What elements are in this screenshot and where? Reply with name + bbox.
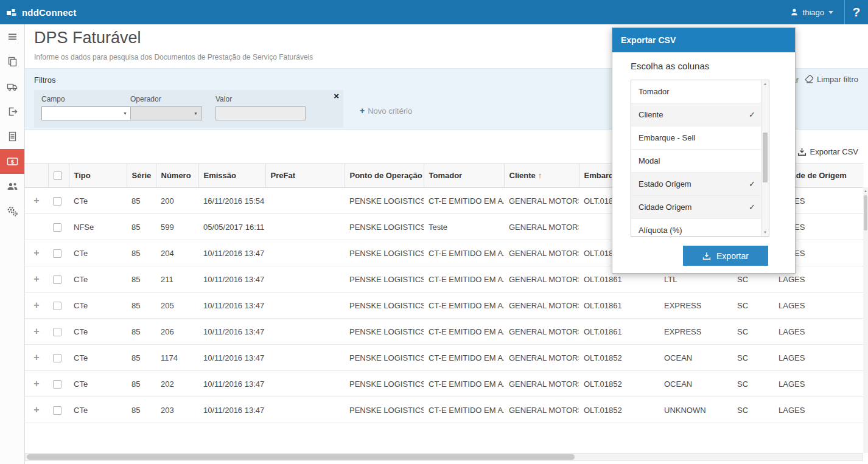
horizontal-scrollbar-thumb[interactable] — [27, 454, 575, 460]
export-column-option[interactable]: Estado Origem✓ — [631, 173, 769, 196]
table-row: +CTe8520510/11/2016 13:47PENSKE LOGISTIC… — [25, 293, 864, 319]
row-expand-button[interactable]: + — [25, 293, 48, 319]
select-all-checkbox[interactable] — [54, 171, 62, 180]
row-expand-button[interactable]: + — [25, 266, 48, 293]
cell-tomador: CT-E EMITIDO EM A... — [424, 188, 504, 214]
export-column-option[interactable]: Alíquota (%) — [631, 219, 769, 237]
exportar-button[interactable]: Exportar — [683, 246, 768, 266]
cell-tipo: NFSe — [69, 214, 127, 240]
dialog-title: Exportar CSV — [612, 28, 795, 52]
cell-embarque: OLT.01852 — [579, 345, 659, 371]
row-expand-button[interactable]: + — [25, 345, 48, 371]
vertical-scrollbar-thumb[interactable] — [864, 195, 867, 230]
cell-estado: SC — [732, 345, 774, 371]
row-checkbox[interactable] — [53, 249, 61, 258]
cell-prefat — [265, 397, 345, 423]
menu-icon — [7, 32, 18, 42]
header-cliente[interactable]: Cliente↑ — [504, 164, 579, 188]
export-column-label: Alíquota (%) — [639, 226, 682, 235]
list-scrollbar-thumb[interactable] — [763, 133, 768, 182]
row-checkbox[interactable] — [53, 197, 61, 206]
export-column-option[interactable]: Modal — [631, 150, 769, 173]
help-button[interactable]: ? — [844, 0, 868, 24]
cell-cidade: LAGES — [774, 319, 864, 345]
header-prefat[interactable]: PreFat — [265, 164, 345, 188]
brand: nddConnect — [0, 7, 77, 18]
row-checkbox[interactable] — [53, 406, 61, 415]
row-checkbox[interactable] — [53, 380, 61, 389]
row-checkbox[interactable] — [53, 275, 61, 284]
cell-cliente: GENERAL MOTORS ... — [504, 293, 579, 319]
limpar-filtro-button[interactable]: Limpar filtro — [805, 75, 858, 84]
remove-criteria-icon[interactable]: × — [334, 91, 339, 100]
cell-serie: 85 — [127, 214, 156, 240]
sidebar-item-documents[interactable] — [0, 49, 24, 74]
list-scrollbar[interactable]: ▲ ▼ — [761, 80, 769, 236]
vertical-scrollbar[interactable]: ▲ — [863, 187, 868, 453]
export-csv-link[interactable]: Exportar CSV — [797, 147, 858, 156]
cell-modal: EXPRESS — [659, 293, 732, 319]
header-emissao[interactable]: Emissão — [198, 164, 265, 188]
export-columns-list: TomadorCliente✓Embarque - SellModalEstad… — [631, 80, 769, 237]
export-column-option[interactable]: Cliente✓ — [631, 103, 769, 126]
export-column-label: Cliente — [639, 110, 663, 119]
table-row: +CTe85117410/11/2016 13:47PENSKE LOGISTI… — [25, 345, 864, 371]
scroll-up-icon[interactable]: ▲ — [761, 82, 769, 86]
header-tipo[interactable]: Tipo — [69, 164, 127, 188]
sidebar-item-settings[interactable] — [0, 199, 24, 224]
export-column-option[interactable]: Embarque - Sell — [631, 126, 769, 150]
row-checkbox[interactable] — [53, 328, 61, 336]
sidebar-item-shipping[interactable] — [0, 74, 24, 99]
operador-label: Operador — [130, 95, 161, 103]
valor-input[interactable] — [215, 106, 306, 120]
sidebar-item-menu[interactable] — [0, 24, 24, 49]
cell-cliente: GENERAL MOTORS ... — [504, 240, 579, 266]
cell-numero: 204 — [156, 240, 198, 266]
valor-label: Valor — [215, 95, 232, 103]
users-icon — [7, 181, 18, 192]
row-expand-button[interactable]: + — [25, 397, 48, 423]
cell-tomador: CT-E EMITIDO EM A... — [424, 345, 504, 371]
row-checkbox[interactable] — [53, 223, 61, 232]
sidebar-item-users[interactable] — [0, 174, 24, 199]
scroll-down-icon[interactable]: ▼ — [761, 230, 769, 234]
campo-select[interactable]: ▼ — [41, 106, 131, 120]
cell-tipo: CTe — [69, 188, 127, 214]
cell-embarque: OLT.01852 — [579, 371, 659, 397]
cell-cliente: GENERAL MOTORS ... — [504, 345, 579, 371]
header-serie[interactable]: Série — [127, 164, 156, 188]
cell-serie: 85 — [127, 397, 156, 423]
plus-icon: + — [360, 106, 365, 116]
cell-numero: 1174 — [156, 345, 198, 371]
row-checkbox[interactable] — [53, 354, 61, 362]
cell-ponto: PENSKE LOGISTICS - ... — [345, 214, 424, 240]
row-expand-button[interactable]: + — [25, 188, 48, 214]
row-checkbox[interactable] — [53, 302, 61, 310]
sidebar-item-export[interactable] — [0, 99, 24, 124]
table-row: +CTe8520310/11/2016 13:47PENSKE LOGISTIC… — [25, 397, 864, 423]
sidebar-item-billing[interactable]: $ — [0, 149, 24, 174]
novo-criterio-button[interactable]: +Novo critério — [360, 106, 412, 116]
cell-tipo: CTe — [69, 266, 127, 293]
header-ponto[interactable]: Ponto de Operação — [345, 164, 424, 188]
header-numero[interactable]: Número — [156, 164, 198, 188]
scroll-up-icon[interactable]: ▲ — [863, 189, 868, 193]
row-expand-button[interactable]: + — [25, 371, 48, 397]
sidebar-item-reports[interactable] — [0, 124, 24, 149]
cell-prefat — [265, 319, 345, 345]
cell-ponto: PENSKE LOGISTICS - ... — [345, 240, 424, 266]
row-expand-button[interactable]: + — [25, 319, 48, 345]
cell-serie: 85 — [127, 345, 156, 371]
dialog-subtitle: Escolha as colunas — [631, 61, 709, 71]
export-column-option[interactable]: Tomador — [631, 80, 769, 103]
topbar: nddConnect thiago ? — [0, 0, 868, 24]
row-checkbox-cell — [48, 266, 69, 293]
export-column-option[interactable]: Cidade Origem✓ — [631, 196, 769, 219]
table-row: +CTe8520210/11/2016 13:47PENSKE LOGISTIC… — [25, 371, 864, 397]
horizontal-scrollbar[interactable] — [25, 453, 863, 461]
header-tomador[interactable]: Tomador — [424, 164, 504, 188]
export-column-label: Modal — [639, 156, 660, 165]
row-expand-button[interactable]: + — [25, 240, 48, 266]
operador-select[interactable]: ▼ — [130, 106, 202, 120]
user-menu[interactable]: thiago — [779, 0, 844, 24]
